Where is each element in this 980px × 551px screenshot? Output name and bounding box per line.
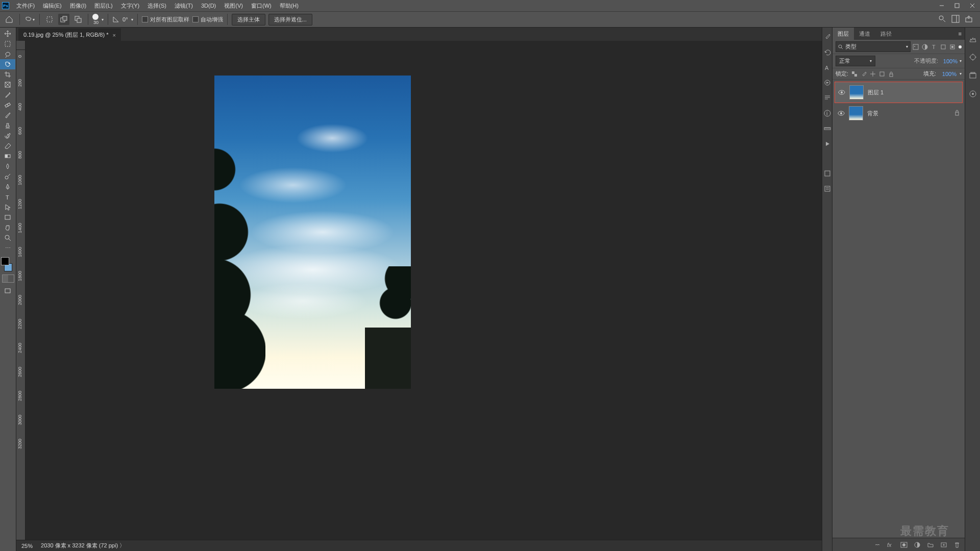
text-tool[interactable]: T <box>0 192 15 202</box>
select-subject-button[interactable]: 选择主体 <box>232 14 265 26</box>
healing-tool[interactable] <box>0 100 15 110</box>
new-selection-icon[interactable] <box>44 14 55 25</box>
gradient-tool[interactable] <box>0 151 15 161</box>
quick-mask-toggle[interactable] <box>2 274 14 283</box>
panel-icon-modifier[interactable] <box>823 169 831 178</box>
opacity-value[interactable]: 100% <box>940 58 958 64</box>
filter-pixel-icon[interactable] <box>913 44 919 50</box>
lock-artboard-icon[interactable] <box>879 71 885 77</box>
select-and-mask-button[interactable]: 选择并遮住... <box>268 14 312 26</box>
quick-selection-tool[interactable] <box>0 59 15 69</box>
panel-icon-measure[interactable] <box>823 124 831 133</box>
frame-tool[interactable] <box>0 80 15 90</box>
new-layer-icon[interactable] <box>940 542 947 548</box>
brush-preview[interactable]: 30 <box>92 14 99 25</box>
vertical-ruler[interactable]: 0200400600800100012001400160018002000220… <box>16 50 26 540</box>
more-tools-icon[interactable]: ⋯ <box>0 243 15 253</box>
maximize-icon[interactable] <box>949 0 965 11</box>
panel-menu-icon[interactable]: ≡ <box>955 28 965 40</box>
filter-toggle[interactable] <box>959 45 962 48</box>
layer-fx-icon[interactable]: fx <box>887 542 894 548</box>
lock-all-icon[interactable] <box>888 71 894 77</box>
document-tab[interactable]: 0.19.jpg @ 25% (图层 1, RGB/8) * × <box>18 29 121 41</box>
tab-close-icon[interactable]: × <box>112 32 115 38</box>
tab-paths[interactable]: 路径 <box>875 28 897 40</box>
menu-view[interactable]: 视图(V) <box>220 0 247 11</box>
foreground-color-swatch[interactable] <box>1 257 9 265</box>
close-icon[interactable] <box>965 0 980 11</box>
brush-tool[interactable] <box>0 110 15 120</box>
tool-preset-picker[interactable]: ▾ <box>24 14 35 25</box>
libraries-icon[interactable] <box>969 71 977 81</box>
menu-help[interactable]: 帮助(H) <box>276 0 303 11</box>
zoom-level[interactable]: 25% <box>21 543 33 549</box>
menu-edit[interactable]: 编辑(E) <box>39 0 66 11</box>
adjustment-layer-icon[interactable] <box>914 542 921 548</box>
doc-info[interactable]: 2030 像素 x 3232 像素 (72 ppi) 〉 <box>41 542 125 549</box>
menu-window[interactable]: 窗口(W) <box>247 0 276 11</box>
panel-icon-history[interactable] <box>823 48 831 56</box>
link-layers-icon[interactable] <box>874 542 881 548</box>
lock-transparency-icon[interactable] <box>851 71 857 77</box>
lock-position-icon[interactable] <box>870 71 876 77</box>
search-icon[interactable] <box>938 15 946 24</box>
menu-filter[interactable]: 滤镜(T) <box>170 0 197 11</box>
minimize-icon[interactable] <box>934 0 949 11</box>
adjustments-icon[interactable] <box>969 53 977 62</box>
share-icon[interactable] <box>965 15 973 24</box>
menu-3d[interactable]: 3D(D) <box>197 0 220 11</box>
eyedropper-tool[interactable] <box>0 90 15 100</box>
color-swatches[interactable] <box>0 257 14 271</box>
marquee-tool[interactable] <box>0 39 15 49</box>
menu-layer[interactable]: 图层(L) <box>90 0 116 11</box>
blend-mode-select[interactable]: 正常▾ <box>836 56 875 66</box>
angle-value[interactable]: 0° <box>122 16 128 22</box>
crop-tool[interactable] <box>0 69 15 80</box>
visibility-toggle[interactable] <box>838 110 845 117</box>
filter-text-icon[interactable]: T <box>931 44 937 50</box>
add-selection-icon[interactable] <box>58 14 69 25</box>
stamp-tool[interactable] <box>0 120 15 131</box>
menu-file[interactable]: 文件(F) <box>12 0 39 11</box>
sample-all-layers-checkbox[interactable]: 对所有图层取样 <box>142 16 189 23</box>
layer-kind-filter[interactable]: 类型 ▾ <box>836 41 911 52</box>
color-icon[interactable] <box>969 90 977 99</box>
hand-tool[interactable] <box>0 222 15 233</box>
move-tool[interactable] <box>0 29 15 39</box>
histogram-icon[interactable] <box>969 37 977 44</box>
dodge-tool[interactable] <box>0 171 15 182</box>
home-button[interactable] <box>3 13 15 26</box>
zoom-tool[interactable] <box>0 233 15 243</box>
panel-icon-paragraph[interactable] <box>823 94 831 102</box>
panel-icon-info[interactable]: i <box>823 109 831 117</box>
panel-icon-play[interactable] <box>823 140 831 148</box>
panel-icon-notes[interactable] <box>823 185 831 193</box>
panel-icon-actions[interactable] <box>823 79 831 87</box>
delete-layer-icon[interactable] <box>953 542 961 548</box>
fill-value[interactable]: 100% <box>939 71 957 77</box>
tab-channels[interactable]: 通道 <box>854 28 875 40</box>
menu-select[interactable]: 选择(S) <box>143 0 170 11</box>
subtract-selection-icon[interactable] <box>72 14 84 25</box>
pen-tool[interactable] <box>0 182 15 192</box>
blur-tool[interactable] <box>0 161 15 171</box>
auto-enhance-checkbox[interactable]: 自动增强 <box>192 16 223 23</box>
screen-mode-icon[interactable] <box>0 286 15 296</box>
menu-type[interactable]: 文字(Y) <box>117 0 144 11</box>
filter-shape-icon[interactable] <box>940 44 946 50</box>
new-group-icon[interactable] <box>927 542 934 548</box>
menu-image[interactable]: 图像(I) <box>66 0 90 11</box>
shape-tool[interactable] <box>0 212 15 222</box>
tab-layers[interactable]: 图层 <box>832 28 854 40</box>
canvas[interactable] <box>26 50 822 540</box>
history-brush-tool[interactable] <box>0 131 15 141</box>
panel-icon-character[interactable]: A <box>823 63 831 71</box>
visibility-toggle[interactable] <box>838 89 845 96</box>
layer-item[interactable]: 图层 1 <box>835 82 963 103</box>
panel-icon-brush[interactable] <box>823 33 831 41</box>
layer-mask-icon[interactable] <box>900 542 908 548</box>
workspace-icon[interactable] <box>951 15 960 24</box>
lock-pixels-icon[interactable] <box>861 71 867 77</box>
filter-adjust-icon[interactable] <box>922 44 928 50</box>
filter-smart-icon[interactable] <box>949 44 955 50</box>
